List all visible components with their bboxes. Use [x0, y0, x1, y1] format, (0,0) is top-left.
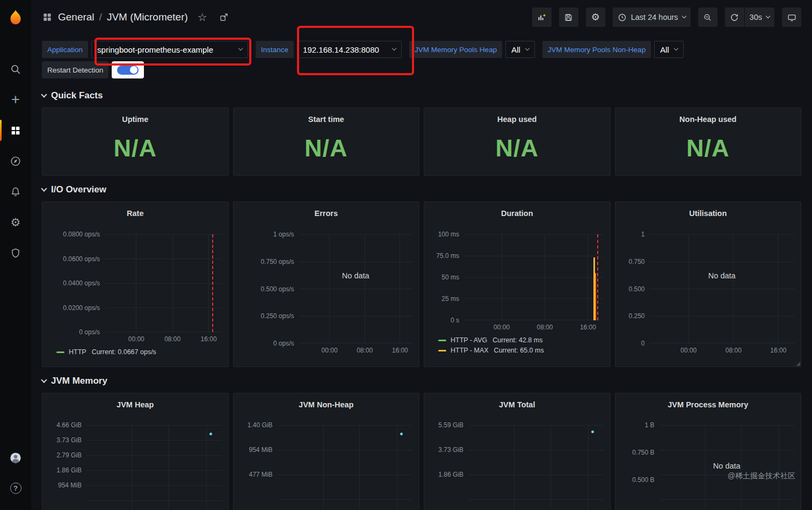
variable-label: JVM Memory Pools Heap [409, 41, 502, 58]
y-tick: 0 [641, 340, 645, 347]
panel-title[interactable]: JVM Process Memory [622, 399, 795, 411]
panel-resize-handle[interactable] [796, 362, 800, 366]
heap-pools-dropdown[interactable]: All [505, 41, 535, 58]
grafana-logo[interactable] [0, 4, 31, 32]
create-plus-icon[interactable]: + [0, 84, 31, 115]
y-tick: 3.73 GiB [56, 436, 82, 444]
chart-plot-area[interactable] [468, 425, 604, 510]
data-point [209, 433, 212, 435]
x-tick: 16:00 [580, 324, 596, 331]
panel-title[interactable]: Duration [431, 207, 604, 219]
panel-rate: Rate 0.0800 ops/s 0.0600 ops/s 0.0400 op… [42, 202, 229, 367]
legend: HTTP - AVG Current: 42.8 ms HTTP - MAX C… [438, 336, 604, 354]
y-axis: 5.59 GiB 3.73 GiB 1.86 GiB [431, 425, 468, 510]
io-overview-row: Rate 0.0800 ops/s 0.0600 ops/s 0.0400 op… [42, 202, 801, 367]
search-icon[interactable] [0, 54, 31, 84]
panel-title[interactable]: Errors [240, 207, 413, 219]
y-tick: 1 B [644, 421, 654, 429]
breadcrumb-folder[interactable]: General [58, 11, 95, 23]
add-panel-button[interactable] [532, 8, 552, 27]
chart-plot-area[interactable] [278, 425, 413, 510]
zoom-out-button[interactable] [698, 8, 717, 27]
legend-item[interactable]: HTTP - MAX Current: 65.0 ms [438, 347, 604, 354]
panel-title[interactable]: Non-Heap used [620, 113, 797, 125]
clock-icon [618, 13, 627, 22]
y-axis: 100 ms 75.0 ms 50 ms 25 ms 0 s [431, 234, 464, 320]
server-admin-shield-icon[interactable] [0, 238, 31, 268]
series-spike [595, 273, 596, 320]
x-tick: 00:00 [494, 324, 510, 331]
panel-title[interactable]: Rate [49, 207, 222, 219]
chart-plot-area[interactable]: No data [299, 234, 413, 343]
y-tick: 0.750 B [632, 449, 654, 456]
no-data-message: No data [650, 271, 795, 280]
chevron-down-icon [41, 91, 47, 97]
y-tick: 0 ops/s [79, 328, 100, 336]
y-tick: 1.86 GiB [56, 466, 82, 474]
stat-value: N/A [620, 125, 797, 171]
share-dashboard-icon[interactable] [219, 12, 229, 22]
y-tick: 4.66 GiB [56, 421, 82, 429]
help-icon[interactable]: ? [0, 473, 31, 504]
panel-heap-used: Heap used N/A [424, 107, 611, 176]
user-avatar[interactable] [0, 442, 31, 473]
configuration-gear-icon[interactable]: ⚙ [0, 207, 31, 238]
series-name: HTTP - AVG [451, 336, 487, 344]
y-tick: 954 MiB [58, 482, 82, 489]
breadcrumb-dashboard[interactable]: JVM (Micrometer) [107, 11, 188, 23]
section-title: Quick Facts [51, 90, 103, 101]
panel-title[interactable]: Start time [238, 113, 415, 125]
explore-compass-icon[interactable] [0, 146, 31, 176]
panel-errors: Errors 1 ops/s 0.750 ops/s 0.500 ops/s 0… [233, 202, 420, 367]
y-tick: 0.0400 ops/s [63, 279, 100, 287]
annotation-line [212, 234, 213, 332]
time-range-label: Last 24 hours [631, 13, 678, 21]
legend-item[interactable]: HTTP - AVG Current: 42.8 ms [438, 336, 604, 344]
x-axis: 00:00 08:00 16:00 [650, 343, 795, 355]
series-color-dash [56, 351, 64, 353]
y-axis: 1 ops/s 0.750 ops/s 0.500 ops/s 0.250 op… [240, 234, 299, 343]
chevron-down-icon [41, 185, 47, 191]
panel-title[interactable]: JVM Heap [49, 399, 222, 411]
section-quick-facts[interactable]: Quick Facts [42, 90, 801, 101]
panel-duration: Duration 100 ms 75.0 ms 50 ms 25 ms 0 s [424, 202, 611, 367]
favorite-star-icon[interactable]: ☆ [198, 12, 207, 23]
panel-title[interactable]: Utilisation [622, 207, 795, 219]
y-tick: 1.40 GiB [248, 421, 273, 429]
panel-title[interactable]: JVM Non-Heap [240, 399, 413, 411]
panel-title[interactable]: Heap used [429, 113, 606, 125]
refresh-button[interactable] [725, 8, 744, 27]
time-range-picker[interactable]: Last 24 hours [613, 8, 691, 27]
dashboard-settings-button[interactable]: ⚙ [586, 8, 605, 27]
toggle-knob [130, 66, 137, 74]
chart-plot-area[interactable] [464, 234, 604, 320]
y-tick: 1 ops/s [273, 231, 294, 238]
refresh-interval-label: 30s [750, 13, 762, 21]
data-point [400, 433, 403, 435]
nonheap-pools-dropdown[interactable]: All [654, 41, 684, 58]
cycle-view-mode-button[interactable] [782, 8, 801, 27]
x-tick: 08:00 [726, 347, 742, 354]
section-jvm-memory[interactable]: JVM Memory [42, 376, 801, 386]
section-io-overview[interactable]: I/O Overview [42, 184, 801, 195]
panel-title[interactable]: JVM Total [431, 399, 604, 411]
chart-plot-area[interactable] [86, 425, 222, 510]
panel-jvm-process-memory: JVM Process Memory 1 B 0.750 B 0.500 B N… [615, 393, 802, 510]
panel-title[interactable]: Uptime [47, 113, 224, 125]
chart-plot-area[interactable]: No data [650, 234, 795, 343]
refresh-interval-picker[interactable]: 30s [744, 8, 774, 27]
y-tick: 3.73 GiB [438, 446, 463, 454]
chart-plot-area[interactable]: No data [659, 425, 795, 510]
legend: HTTP Current: 0.0667 ops/s [56, 348, 222, 356]
x-axis: 00:00 08:00 16:00 [105, 332, 222, 344]
dashboards-icon[interactable] [0, 115, 31, 146]
grafana-flame-icon [6, 9, 25, 28]
bar-chart-plus-icon [537, 13, 546, 22]
annotation-box-application [95, 38, 251, 66]
series-color-dash [438, 340, 446, 341]
chart-plot-area[interactable] [105, 234, 222, 332]
stat-value: N/A [238, 125, 415, 171]
legend-item[interactable]: HTTP Current: 0.0667 ops/s [56, 348, 222, 356]
save-dashboard-button[interactable] [559, 8, 578, 27]
alerting-bell-icon[interactable] [0, 176, 31, 207]
